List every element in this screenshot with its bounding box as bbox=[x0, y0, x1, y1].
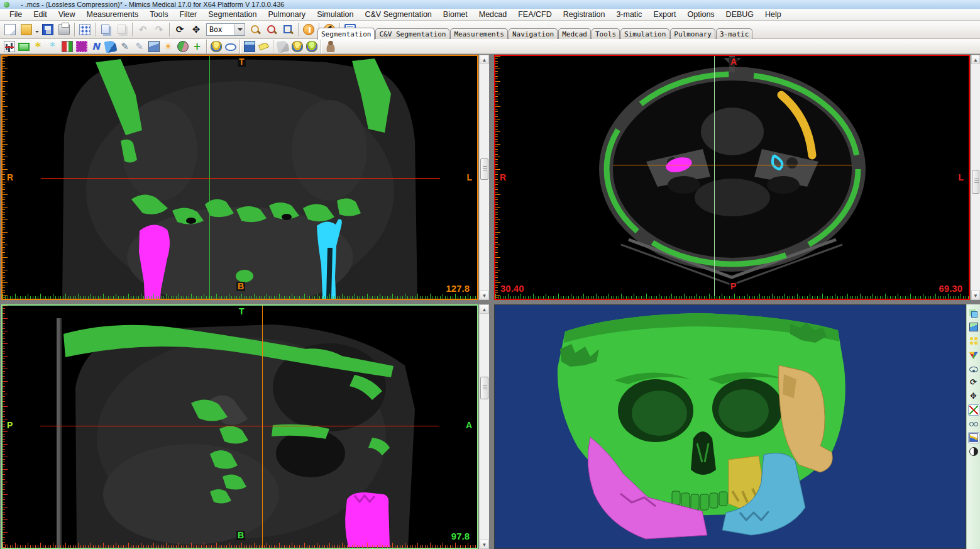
save-project-button[interactable] bbox=[40, 22, 55, 37]
axial-scrollbar[interactable]: ▲ ▼ bbox=[971, 55, 980, 300]
cavity-fill-button[interactable] bbox=[104, 40, 117, 53]
paste-icon bbox=[118, 25, 126, 34]
tab-pulmonary[interactable]: Pulmonary bbox=[670, 28, 715, 40]
info-button[interactable] bbox=[301, 22, 316, 37]
menu-tools[interactable]: Tools bbox=[144, 9, 173, 19]
stereo-glasses-button[interactable] bbox=[968, 418, 979, 430]
stl-export-button[interactable] bbox=[243, 40, 256, 53]
unzoom-button[interactable] bbox=[264, 22, 279, 37]
menu-help[interactable]: Help bbox=[759, 9, 787, 19]
menu-registration[interactable]: Registration bbox=[558, 9, 611, 19]
open-project-button[interactable] bbox=[19, 22, 34, 37]
region-growing-button[interactable]: * bbox=[31, 40, 45, 53]
menu-edit[interactable]: Edit bbox=[28, 9, 53, 19]
contrast-button[interactable] bbox=[968, 446, 979, 457]
viewport-layout-button[interactable] bbox=[968, 308, 979, 319]
crosshair-vertical[interactable] bbox=[714, 56, 715, 299]
crosshair-horizontal[interactable] bbox=[613, 165, 852, 165]
menu-medcad[interactable]: Medcad bbox=[473, 9, 512, 19]
axes-toggle-button[interactable] bbox=[968, 404, 979, 416]
erase-pencil-button[interactable]: ✎ bbox=[133, 40, 146, 53]
tab-navigation[interactable]: Navigation bbox=[509, 28, 558, 40]
draw-pencil-button[interactable]: ✎ bbox=[118, 40, 131, 53]
tab-cv-segmentation[interactable]: C&V Segmentation bbox=[375, 28, 449, 40]
scroll-down-arrow-icon[interactable]: ▼ bbox=[480, 291, 489, 300]
zoom-in-button[interactable] bbox=[248, 22, 263, 37]
crop-mask-button[interactable] bbox=[17, 40, 30, 53]
menu-biomet[interactable]: Biomet bbox=[438, 9, 473, 19]
zoom-mode-caret-icon[interactable] bbox=[234, 24, 245, 35]
redo-icon: ↷ bbox=[153, 24, 165, 35]
orientation-label-top: T bbox=[238, 307, 246, 316]
split-mask-button[interactable] bbox=[60, 40, 74, 53]
3d-viewport[interactable] bbox=[494, 304, 966, 549]
coronal-viewport[interactable]: T R L B 127.8 bbox=[1, 55, 478, 300]
crosshair-vertical[interactable] bbox=[209, 56, 210, 299]
menu-3matic[interactable]: 3-matic bbox=[610, 9, 647, 19]
new-project-button[interactable] bbox=[3, 22, 18, 37]
label-mask-button[interactable] bbox=[257, 40, 270, 53]
calculate-3d-button[interactable] bbox=[209, 40, 223, 53]
print-button[interactable] bbox=[57, 22, 72, 37]
tab-tools[interactable]: Tools bbox=[592, 28, 620, 40]
scroll-up-arrow-icon[interactable]: ▲ bbox=[971, 55, 980, 64]
zoom-region-button[interactable] bbox=[280, 22, 295, 37]
edit-masks-button[interactable] bbox=[75, 40, 88, 53]
crosshair-horizontal[interactable] bbox=[41, 178, 440, 179]
menu-file[interactable]: File bbox=[4, 9, 28, 19]
scroll-up-arrow-icon[interactable]: ▲ bbox=[480, 304, 489, 314]
crosshair-vertical[interactable] bbox=[262, 306, 263, 548]
menu-pulmonary[interactable]: Pulmonary bbox=[262, 9, 311, 19]
menu-view[interactable]: View bbox=[53, 9, 81, 19]
scroll-thumb[interactable] bbox=[480, 158, 488, 180]
tab-segmentation[interactable]: Segmentation bbox=[317, 28, 375, 40]
tab-3matic[interactable]: 3-matic bbox=[716, 28, 752, 40]
menu-simulation[interactable]: Simulation bbox=[311, 9, 359, 19]
menu-cv-segmentation[interactable]: C&V Segmentation bbox=[360, 9, 438, 19]
mask-smoothing-button[interactable] bbox=[176, 40, 189, 53]
dynamic-region-growing-button[interactable]: * bbox=[46, 40, 59, 53]
update-3d-button[interactable] bbox=[290, 40, 304, 53]
crosshair-horizontal[interactable] bbox=[40, 426, 439, 426]
tab-measurements[interactable]: Measurements bbox=[450, 28, 507, 40]
project-organizer-button[interactable] bbox=[77, 22, 92, 37]
edit-3d-contour-button[interactable] bbox=[305, 40, 318, 53]
pan-3d-button[interactable]: ✥ bbox=[968, 391, 979, 402]
menu-export[interactable]: Export bbox=[647, 9, 681, 19]
calculate-polylines-button[interactable] bbox=[224, 40, 237, 53]
scroll-down-arrow-icon[interactable]: ▼ bbox=[480, 540, 489, 549]
zoom-mode-select[interactable]: Box bbox=[206, 23, 245, 36]
menu-options[interactable]: Options bbox=[682, 9, 720, 19]
bounding-box-button[interactable] bbox=[968, 321, 979, 333]
pan-button[interactable]: ✥ bbox=[189, 22, 204, 37]
menu-segmentation[interactable]: Segmentation bbox=[202, 9, 262, 19]
anatomical-model-button[interactable] bbox=[324, 40, 337, 53]
rotate-button[interactable]: ⟳ bbox=[172, 22, 187, 37]
axial-viewport[interactable]: A R L P 30.40 69.30 bbox=[494, 55, 970, 300]
scroll-thumb[interactable] bbox=[480, 377, 488, 399]
morphology-operations-button[interactable]: N bbox=[89, 40, 102, 53]
crop-project-button[interactable]: + bbox=[190, 40, 204, 53]
smart-fill-button[interactable]: ☀ bbox=[162, 40, 175, 53]
rotate-3d-button[interactable]: ⟳ bbox=[968, 377, 979, 388]
clipping-fan-button[interactable] bbox=[968, 349, 979, 360]
menu-debug[interactable]: DEBUG bbox=[720, 9, 759, 19]
tab-medcad[interactable]: Medcad bbox=[558, 28, 591, 40]
open-dropdown-caret-icon[interactable] bbox=[35, 31, 39, 35]
menu-measurements[interactable]: Measurements bbox=[81, 9, 145, 19]
scroll-up-arrow-icon[interactable]: ▲ bbox=[480, 55, 489, 64]
four-views-button[interactable] bbox=[968, 335, 979, 347]
menu-fea-cfd[interactable]: FEA/CFD bbox=[512, 9, 557, 19]
coronal-scrollbar[interactable]: ▲ ▼ bbox=[479, 55, 489, 300]
copy-button[interactable] bbox=[98, 22, 113, 37]
scroll-down-arrow-icon[interactable]: ▼ bbox=[971, 291, 980, 300]
menu-filter[interactable]: Filter bbox=[173, 9, 202, 19]
thresholding-button[interactable] bbox=[3, 40, 16, 53]
tab-simulation[interactable]: Simulation bbox=[620, 28, 669, 40]
scroll-thumb[interactable] bbox=[972, 170, 979, 194]
scene-properties-button[interactable] bbox=[968, 432, 979, 443]
sagittal-viewport[interactable]: T P A B 97.8 bbox=[1, 304, 478, 549]
edit-mask-3d-button[interactable] bbox=[147, 40, 160, 53]
visibility-button[interactable] bbox=[968, 363, 979, 374]
sagittal-scrollbar[interactable]: ▲ ▼ bbox=[479, 304, 489, 549]
